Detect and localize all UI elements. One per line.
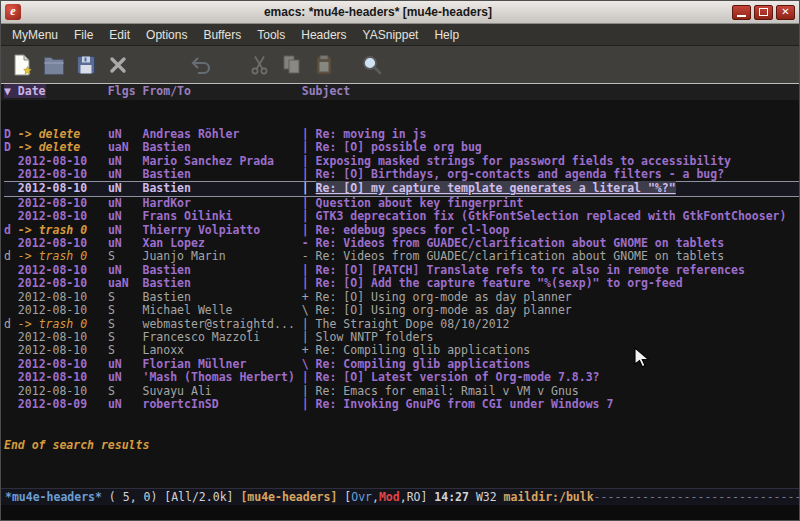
mark-cell	[4, 343, 18, 357]
cut-button[interactable]	[244, 50, 276, 80]
close-button[interactable]: ✕	[776, 5, 795, 20]
menu-item-options[interactable]: Options	[138, 25, 195, 45]
message-row[interactable]: D -> delete uaN Bastien | Re: [O] possib…	[4, 141, 799, 154]
message-row[interactable]: 2012-08-10 S Michael Welle \ Re: [O] Usi…	[4, 304, 799, 317]
message-row[interactable]: 2012-08-10 uN Bastien | Re: [O] my captu…	[4, 181, 799, 196]
flags-cell: uN	[108, 397, 143, 411]
message-row[interactable]: 2012-08-10 S Suvayu Ali | Re: Emacs for …	[4, 385, 799, 398]
mark-cell	[4, 290, 18, 304]
message-row[interactable]: 2012-08-10 uN Xan Lopez - Re: Videos fro…	[4, 237, 799, 250]
flags-cell: uN	[108, 263, 143, 277]
message-row[interactable]: 2012-08-10 uN Florian Müllner \ Re: Comp…	[4, 358, 799, 371]
mark-cell	[4, 276, 18, 290]
subject-cell: Slow NNTP folders	[316, 330, 434, 344]
menu-item-tools[interactable]: Tools	[249, 25, 293, 45]
maximize-button[interactable]	[754, 5, 773, 20]
message-row[interactable]: 2012-08-10 S Francesco Mazzoli | Slow NN…	[4, 331, 799, 344]
menu-item-help[interactable]: Help	[426, 25, 467, 45]
message-row[interactable]: 2012-08-10 uN HardKor | Question about k…	[4, 197, 799, 210]
menu-item-headers[interactable]: Headers	[293, 25, 354, 45]
flags-cell: uN	[108, 357, 143, 371]
subject-cell: Re: edebug specs for cl-loop	[316, 223, 510, 237]
from-cell: Frans Oilinki	[143, 209, 302, 223]
mark-cell	[4, 370, 18, 384]
menu-item-mymenu[interactable]: MyMenu	[4, 25, 66, 45]
from-cell: Bastien	[143, 276, 302, 290]
message-row[interactable]: 2012-08-10 uN Frans Oilinki | GTK3 depre…	[4, 210, 799, 223]
date-cell: 2012-08-10	[18, 236, 108, 250]
new-file-icon	[10, 53, 34, 77]
new-file-button[interactable]	[6, 50, 38, 80]
end-of-results-text: End of search results	[4, 439, 799, 452]
message-row[interactable]: 2012-08-10 S Bastien + Re: [O] Using org…	[4, 291, 799, 304]
subject-cell: Re: [O] Using org-mode as day planner	[316, 303, 572, 317]
date-cell: -> trash 0	[18, 249, 108, 263]
menu-item-edit[interactable]: Edit	[101, 25, 138, 45]
from-cell: Bastien	[143, 167, 302, 181]
menu-item-file[interactable]: File	[66, 25, 101, 45]
cut-icon	[248, 53, 272, 77]
paste-button[interactable]	[308, 50, 340, 80]
echo-area[interactable]	[1, 505, 799, 520]
message-row[interactable]: D -> delete uN Andreas Röhler | Re: movi…	[4, 128, 799, 141]
date-cell: 2012-08-10	[18, 209, 108, 223]
modeline-segment: *mu4e-headers*	[5, 490, 102, 504]
search-button[interactable]	[356, 50, 388, 80]
from-cell: Thierry Volpiatto	[143, 223, 302, 237]
from-cell: 'Mash (Thomas Herbert)	[143, 370, 302, 384]
column-header-flags[interactable]: Flgs	[108, 84, 143, 98]
subject-cell: GTK3 deprecation fix (GtkFontSelection r…	[316, 209, 787, 223]
emacs-window: e emacs: *mu4e-headers* [mu4e-headers] ✕…	[0, 0, 800, 521]
close-buffer-button[interactable]	[102, 50, 134, 80]
subject-cell: Re: [O] possible org bug	[316, 140, 482, 154]
message-row[interactable]: 2012-08-10 uN Mario Sanchez Prada | Expo…	[4, 155, 799, 168]
from-cell: webmaster@straightd...	[143, 317, 302, 331]
message-row[interactable]: 2012-08-10 uN 'Mash (Thomas Herbert) | R…	[4, 371, 799, 384]
open-file-button[interactable]	[38, 50, 70, 80]
from-cell: Florian Müllner	[143, 357, 302, 371]
thread-separator: -	[302, 236, 316, 250]
message-row[interactable]: 2012-08-09 uN robertcInSD | Re: Invoking…	[4, 398, 799, 411]
column-header-from[interactable]: From/To	[142, 84, 301, 98]
thread-separator: |	[302, 370, 316, 384]
thread-separator: \	[302, 303, 316, 317]
thread-separator: -	[302, 249, 316, 263]
menu-item-yasnippet[interactable]: YASnippet	[355, 25, 427, 45]
message-row[interactable]: 2012-08-10 uaN Bastien | Re: [O] Add the…	[4, 277, 799, 290]
message-row[interactable]: d -> trash 0 S Juanjo Marin - Re: Videos…	[4, 250, 799, 263]
mark-cell	[4, 330, 18, 344]
message-row[interactable]: 2012-08-10 uN Bastien | Re: [O] [PATCH] …	[4, 264, 799, 277]
message-row[interactable]: 2012-08-10 S Lanoxx + Re: Compiling glib…	[4, 344, 799, 357]
mark-cell	[4, 357, 18, 371]
headers-buffer[interactable]: D -> delete uN Andreas Röhler | Re: movi…	[1, 100, 799, 488]
undo-button[interactable]	[186, 50, 218, 80]
message-row[interactable]: 2012-08-10 uN Bastien | Re: [O] Birthday…	[4, 168, 799, 181]
from-cell: Bastien	[143, 181, 302, 195]
date-cell: -> trash 0	[18, 317, 108, 331]
subject-cell: Re: [O] Using org-mode as day planner	[316, 290, 572, 304]
menu-item-buffers[interactable]: Buffers	[195, 25, 249, 45]
message-row[interactable]: d -> trash 0 uN Thierry Volpiatto | Re: …	[4, 224, 799, 237]
copy-button[interactable]	[276, 50, 308, 80]
flags-cell: S	[108, 330, 143, 344]
column-header-date[interactable]: ▼ Date	[4, 84, 46, 98]
flags-cell: uN	[108, 167, 143, 181]
message-row[interactable]: d -> trash 0 S webmaster@straightd... | …	[4, 318, 799, 331]
header-gap	[46, 84, 108, 98]
thread-separator: |	[302, 209, 316, 223]
minimize-button[interactable]	[732, 5, 751, 20]
flags-cell: uN	[108, 236, 143, 250]
flags-cell: uN	[108, 127, 143, 141]
flags-cell: uN	[108, 209, 143, 223]
save-button[interactable]	[70, 50, 102, 80]
date-cell: 2012-08-10	[18, 343, 108, 357]
subject-cell: Re: [O] Birthdays, org-contacts and agen…	[316, 167, 725, 181]
from-cell: robertcInSD	[143, 397, 302, 411]
modeline-segment: maildir:/bulk	[504, 490, 594, 504]
column-header-subject[interactable]: Subject	[302, 84, 350, 98]
date-cell: 2012-08-10	[18, 303, 108, 317]
modeline-segment: W32	[476, 490, 504, 504]
mark-cell: D	[4, 140, 18, 154]
from-cell: Bastien	[143, 290, 302, 304]
mark-cell	[4, 181, 18, 195]
